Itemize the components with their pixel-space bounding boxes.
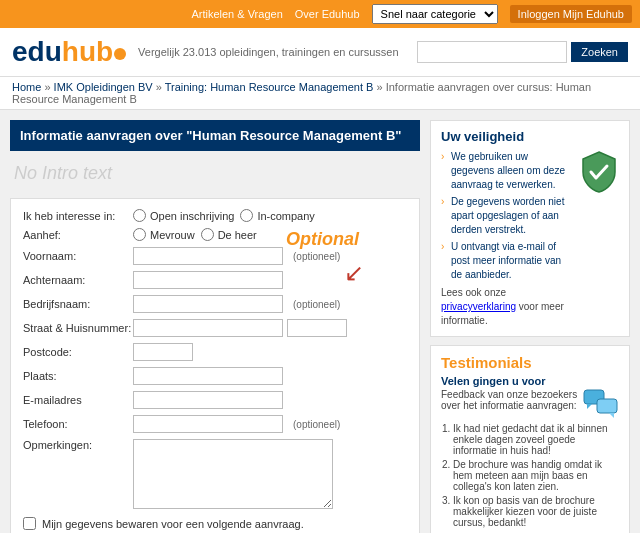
city-control <box>133 367 407 385</box>
privacy-link[interactable]: privacyverklaring <box>441 301 516 312</box>
form-container: Optional ↙ Ik heb interesse in: Open ins… <box>10 198 420 533</box>
security-box: Uw veiligheid We gebruiken uw gegevens a… <box>430 120 630 337</box>
city-row: Plaats: <box>23 367 407 385</box>
company-row: Bedrijfsnaam: (optioneel) <box>23 295 407 313</box>
postcode-row: Postcode: <box>23 343 407 361</box>
logo-dot-icon <box>114 48 126 60</box>
lastname-control <box>133 271 407 289</box>
postcode-label: Postcode: <box>23 346 133 358</box>
remarks-control <box>133 439 407 509</box>
interest-open-label[interactable]: Open inschrijving <box>133 209 234 222</box>
site-logo[interactable]: eduhub <box>12 36 126 68</box>
company-label: Bedrijfsnaam: <box>23 298 133 310</box>
security-item-1: We gebruiken uw gegevens alleen om deze … <box>441 150 573 192</box>
street-row: Straat & Huisnummer: <box>23 319 407 337</box>
tagline: Vergelijk 23.013 opleidingen, trainingen… <box>138 46 417 58</box>
left-panel: Informatie aanvragen over "Human Resourc… <box>10 120 420 533</box>
firstname-label: Voornaam: <box>23 250 133 262</box>
search-input[interactable] <box>417 41 567 63</box>
chat-icon <box>583 389 619 419</box>
interest-label: Ik heb interesse in: <box>23 210 133 222</box>
salutation-mevrouw-radio[interactable] <box>133 228 146 241</box>
interest-incompany-text: In-company <box>257 210 314 222</box>
interest-incompany-radio[interactable] <box>240 209 253 222</box>
interest-open-radio[interactable] <box>133 209 146 222</box>
email-row: E-mailadres <box>23 391 407 409</box>
site-header: eduhub Vergelijk 23.013 opleidingen, tra… <box>0 28 640 77</box>
save-data-label: Mijn gegevens bewaren voor een volgende … <box>42 518 304 530</box>
no-intro-text: No Intro text <box>10 159 420 188</box>
lastname-label: Achternaam: <box>23 274 133 286</box>
testimonials-box: Testimonials Velen gingen u voor Feedbac… <box>430 345 630 533</box>
testimonial-item-2: De brochure was handig omdat ik hem mete… <box>453 459 619 492</box>
remarks-textarea[interactable] <box>133 439 333 509</box>
page-title: Informatie aanvragen over "Human Resourc… <box>10 120 420 151</box>
login-button[interactable]: Inloggen Mijn Eduhub <box>510 5 632 23</box>
firstname-input[interactable] <box>133 247 283 265</box>
breadcrumb-sep2: » <box>156 81 165 93</box>
save-data-checkbox[interactable] <box>23 517 36 530</box>
email-input[interactable] <box>133 391 283 409</box>
logo-hub: hub <box>62 36 113 68</box>
testimonial-item-3: Ik kon op basis van de brochure makkelij… <box>453 495 619 528</box>
company-input[interactable] <box>133 295 283 313</box>
security-list: We gebruiken uw gegevens alleen om deze … <box>441 150 573 282</box>
privacy-prefix: Lees ook onze <box>441 287 506 298</box>
phone-input[interactable] <box>133 415 283 433</box>
interest-row: Ik heb interesse in: Open inschrijving I… <box>23 209 407 222</box>
optional-arrow-icon: ↙ <box>344 259 364 287</box>
svg-rect-2 <box>597 399 617 413</box>
firstname-hint: (optioneel) <box>293 251 340 262</box>
postcode-control <box>133 343 407 361</box>
security-item-2: De gegevens worden niet apart opgeslagen… <box>441 195 573 237</box>
street-input[interactable] <box>133 319 283 337</box>
interest-options: Open inschrijving In-company <box>133 209 407 222</box>
nav-about[interactable]: Over Eduhub <box>295 8 360 20</box>
search-button[interactable]: Zoeken <box>571 42 628 62</box>
main-content: Informatie aanvragen over "Human Resourc… <box>0 110 640 533</box>
interest-incompany-label[interactable]: In-company <box>240 209 314 222</box>
testimonial-item-1: Ik had niet gedacht dat ik al binnen enk… <box>453 423 619 456</box>
salutation-deheer-label[interactable]: De heer <box>201 228 257 241</box>
salutation-label: Aanhef: <box>23 229 133 241</box>
nav-articles[interactable]: Artikelen & Vragen <box>191 8 282 20</box>
street-control <box>133 319 407 337</box>
category-select[interactable]: Snel naar categorie <box>372 4 498 24</box>
remarks-label: Opmerkingen: <box>23 439 133 451</box>
testimonials-desc: Feedback van onze bezoekers over het inf… <box>441 389 619 419</box>
svg-marker-3 <box>609 413 614 418</box>
breadcrumb-training[interactable]: Training: Human Resource Management B <box>165 81 374 93</box>
salutation-mevrouw-text: Mevrouw <box>150 229 195 241</box>
breadcrumb-imk[interactable]: IMK Opleidingen BV <box>54 81 153 93</box>
remarks-row: Opmerkingen: <box>23 439 407 509</box>
security-title: Uw veiligheid <box>441 129 619 144</box>
phone-control: (optioneel) <box>133 415 407 433</box>
email-label: E-mailadres <box>23 394 133 406</box>
phone-label: Telefoon: <box>23 418 133 430</box>
right-panel: Uw veiligheid We gebruiken uw gegevens a… <box>430 120 630 533</box>
lastname-input[interactable] <box>133 271 283 289</box>
phone-row: Telefoon: (optioneel) <box>23 415 407 433</box>
breadcrumb-home[interactable]: Home <box>12 81 41 93</box>
svg-marker-1 <box>587 404 592 409</box>
city-input[interactable] <box>133 367 283 385</box>
phone-hint: (optioneel) <box>293 419 340 430</box>
breadcrumb-sep: » <box>44 81 53 93</box>
security-content: We gebruiken uw gegevens alleen om deze … <box>441 150 619 328</box>
testimonials-desc-text: Feedback van onze bezoekers over het inf… <box>441 389 579 411</box>
company-hint: (optioneel) <box>293 299 340 310</box>
salutation-deheer-radio[interactable] <box>201 228 214 241</box>
optional-label: Optional <box>286 229 359 250</box>
salutation-mevrouw-label[interactable]: Mevrouw <box>133 228 195 241</box>
privacy-text: Lees ook onze privacyverklaring voor mee… <box>441 286 573 328</box>
postcode-input[interactable] <box>133 343 193 361</box>
logo-edu: edu <box>12 36 62 68</box>
housenumber-input[interactable] <box>287 319 347 337</box>
top-navigation: Artikelen & Vragen Over Eduhub Snel naar… <box>0 0 640 28</box>
security-text: We gebruiken uw gegevens alleen om deze … <box>441 150 573 328</box>
street-label: Straat & Huisnummer: <box>23 322 133 334</box>
checkbox1-row: Mijn gegevens bewaren voor een volgende … <box>23 517 407 530</box>
search-area: Zoeken <box>417 41 628 63</box>
salutation-options: Mevrouw De heer <box>133 228 407 241</box>
firstname-control: (optioneel) <box>133 247 407 265</box>
